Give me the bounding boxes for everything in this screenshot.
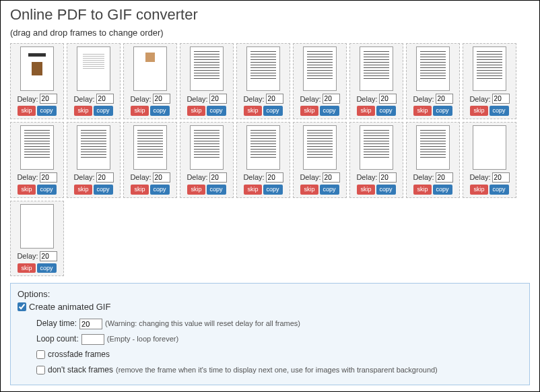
frame[interactable]: Delay:skipcopy: [349, 122, 403, 198]
copy-button[interactable]: copy: [320, 106, 339, 116]
frame-thumbnail[interactable]: [190, 46, 224, 91]
loop-count-input[interactable]: [81, 334, 104, 345]
skip-button[interactable]: skip: [18, 106, 35, 116]
skip-button[interactable]: skip: [413, 106, 431, 116]
skip-button[interactable]: skip: [470, 185, 487, 195]
delay-time-input[interactable]: [79, 319, 102, 329]
frame[interactable]: Delay:skipcopy: [463, 43, 516, 119]
frame-delay-input[interactable]: [209, 172, 227, 183]
frame[interactable]: Delay:skipcopy: [293, 122, 347, 198]
frame[interactable]: Delay:skipcopy: [123, 43, 177, 119]
frame-thumbnail[interactable]: [190, 125, 224, 170]
frame-thumbnail[interactable]: [303, 125, 337, 170]
crossfade-checkbox[interactable]: [36, 350, 45, 359]
frame-delay-input[interactable]: [323, 172, 340, 183]
frame[interactable]: Delay:skipcopy: [349, 43, 403, 119]
frame-delay-input[interactable]: [153, 172, 170, 183]
frame-delay-input[interactable]: [40, 94, 57, 104]
frame-delay-input[interactable]: [379, 94, 397, 104]
skip-button[interactable]: skip: [244, 185, 261, 195]
frame-delay-input[interactable]: [323, 94, 340, 104]
skip-button[interactable]: skip: [131, 106, 148, 116]
frame-delay-input[interactable]: [436, 172, 453, 183]
frame-delay-input[interactable]: [40, 172, 57, 183]
frame[interactable]: Delay:skipcopy: [10, 43, 64, 119]
frame-thumbnail[interactable]: [360, 46, 393, 91]
frame-delay-input[interactable]: [96, 172, 114, 183]
frame[interactable]: Delay:skipcopy: [463, 122, 516, 198]
frame[interactable]: Delay:skipcopy: [236, 122, 290, 198]
frame-delay-input[interactable]: [266, 94, 283, 104]
skip-button[interactable]: skip: [244, 106, 261, 116]
copy-button[interactable]: copy: [37, 185, 57, 195]
frame-thumbnail[interactable]: [246, 46, 280, 91]
create-animated-checkbox[interactable]: [18, 302, 26, 311]
copy-button[interactable]: copy: [207, 106, 226, 116]
frame-delay-input[interactable]: [492, 172, 510, 183]
skip-button[interactable]: skip: [74, 185, 92, 195]
frame[interactable]: Delay:skipcopy: [67, 122, 121, 198]
copy-button[interactable]: copy: [263, 185, 283, 195]
frame[interactable]: Delay:skipcopy: [180, 122, 234, 198]
frame[interactable]: Delay:skipcopy: [236, 43, 290, 119]
frame[interactable]: Delay:skipcopy: [293, 43, 347, 119]
copy-button[interactable]: copy: [150, 106, 170, 116]
frame[interactable]: Delay:skipcopy: [180, 43, 234, 119]
frame-thumbnail[interactable]: [246, 125, 280, 170]
frame-delay-input[interactable]: [209, 94, 227, 104]
copy-button[interactable]: copy: [37, 106, 57, 116]
skip-button[interactable]: skip: [18, 263, 35, 273]
frame[interactable]: Delay:skipcopy: [123, 122, 177, 198]
frame[interactable]: Delay:skipcopy: [10, 201, 64, 277]
frame-thumbnail[interactable]: [20, 46, 54, 91]
skip-button[interactable]: skip: [74, 106, 92, 116]
frame-delay-input[interactable]: [96, 94, 114, 104]
frame-thumbnail[interactable]: [20, 204, 54, 249]
frame[interactable]: Delay:skipcopy: [406, 43, 460, 119]
copy-button[interactable]: copy: [94, 106, 113, 116]
frame-delay-input[interactable]: [379, 172, 397, 183]
copy-button[interactable]: copy: [490, 106, 509, 116]
copy-button[interactable]: copy: [37, 263, 57, 273]
copy-button[interactable]: copy: [94, 185, 113, 195]
copy-button[interactable]: copy: [376, 185, 396, 195]
skip-button[interactable]: skip: [187, 185, 205, 195]
frame-delay-input[interactable]: [492, 94, 510, 104]
copy-button[interactable]: copy: [263, 106, 283, 116]
skip-button[interactable]: skip: [470, 106, 487, 116]
copy-button[interactable]: copy: [320, 185, 339, 195]
copy-button[interactable]: copy: [376, 106, 396, 116]
skip-button[interactable]: skip: [413, 185, 431, 195]
frame-thumbnail[interactable]: [416, 46, 450, 91]
frame[interactable]: Delay:skipcopy: [10, 122, 64, 198]
frame-thumbnail[interactable]: [77, 125, 110, 170]
frame-delay-input[interactable]: [153, 94, 170, 104]
frame-thumbnail[interactable]: [133, 125, 167, 170]
frame[interactable]: Delay:skipcopy: [406, 122, 460, 198]
copy-button[interactable]: copy: [490, 185, 509, 195]
copy-button[interactable]: copy: [433, 185, 452, 195]
skip-button[interactable]: skip: [131, 185, 148, 195]
frame-delay-input[interactable]: [266, 172, 283, 183]
frame-thumbnail[interactable]: [416, 125, 450, 170]
dont-stack-checkbox[interactable]: [36, 366, 45, 374]
frame-delay-input[interactable]: [436, 94, 453, 104]
skip-button[interactable]: skip: [300, 106, 318, 116]
frame-thumbnail[interactable]: [360, 125, 393, 170]
crossfade-row[interactable]: crossfade frames: [36, 347, 522, 362]
frame-thumbnail[interactable]: [77, 46, 110, 91]
skip-button[interactable]: skip: [18, 185, 35, 195]
copy-button[interactable]: copy: [207, 185, 226, 195]
dont-stack-row[interactable]: don't stack frames (remove the frame whe…: [36, 362, 522, 378]
create-animated-row[interactable]: Create animated GIF: [18, 302, 522, 312]
skip-button[interactable]: skip: [357, 106, 374, 116]
frame-thumbnail[interactable]: [473, 125, 506, 170]
skip-button[interactable]: skip: [357, 185, 374, 195]
frame-thumbnail[interactable]: [133, 46, 167, 91]
copy-button[interactable]: copy: [433, 106, 452, 116]
skip-button[interactable]: skip: [187, 106, 205, 116]
copy-button[interactable]: copy: [150, 185, 170, 195]
frame-delay-input[interactable]: [40, 251, 57, 261]
frame-thumbnail[interactable]: [20, 125, 54, 170]
skip-button[interactable]: skip: [300, 185, 318, 195]
